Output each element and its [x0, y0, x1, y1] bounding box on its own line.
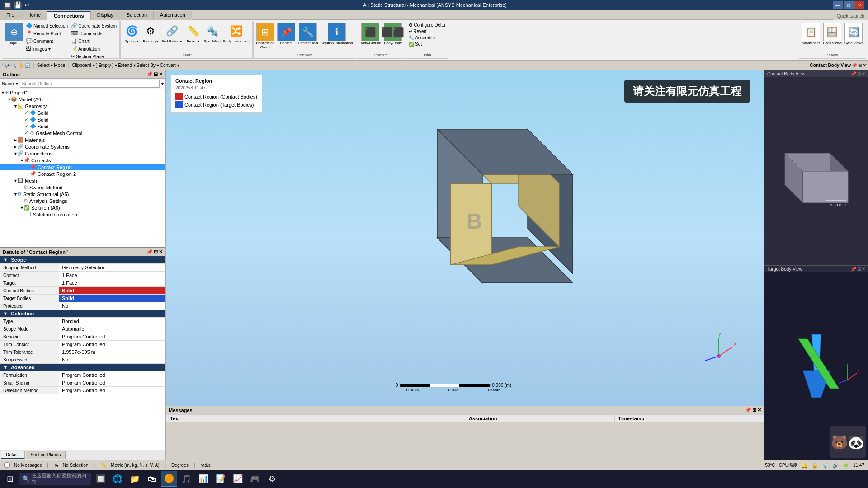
ribbon-btn-worksheet[interactable]: 📋 Worksheet	[801, 22, 821, 52]
tree-item-solid-2[interactable]: ✓ 🔷 Solid	[0, 116, 165, 123]
tree-item-mesh[interactable]: ▼ 🔲 Mesh	[0, 177, 165, 184]
cbv-float[interactable]: ⊞	[857, 71, 861, 76]
tree-item-model[interactable]: ▼ 📦 Model (A4)	[0, 96, 165, 103]
taskbar-start-btn[interactable]: ⊞	[2, 471, 18, 487]
tree-item-solution[interactable]: ▼ ✅ Solution (A6)	[0, 204, 165, 211]
tree-item-static-structural[interactable]: ▼ ⚙ Static Structural (A5)	[0, 191, 165, 197]
cbv-pin[interactable]: 📌	[851, 71, 856, 76]
definition-collapse-icon[interactable]: ▼	[3, 311, 8, 316]
taskbar-search[interactable]: 🔍 在这里输入你要搜索的内容	[19, 473, 91, 485]
tbv-float[interactable]: ⊞	[857, 267, 861, 272]
contact-body-view-pin[interactable]: 📌	[852, 63, 857, 68]
details-float[interactable]: ⊞	[154, 249, 158, 255]
ribbon-btn-assemble[interactable]: 🔧 Assemble	[408, 35, 446, 41]
tree-item-solid-1[interactable]: ✓ 🔷 Solid	[0, 109, 165, 116]
tree-item-contact-region-2[interactable]: 📌 Contact Region 2	[0, 170, 165, 177]
contact-body-view-float[interactable]: ⊞	[858, 63, 862, 68]
tree-item-solution-info[interactable]: ℹ Solution Information	[0, 211, 165, 218]
taskbar-store-btn[interactable]: 🛍	[144, 471, 160, 487]
outline-pin[interactable]: 📌	[146, 71, 153, 77]
outline-close[interactable]: ✕	[159, 71, 163, 77]
ribbon-btn-annotation[interactable]: 📝 Annotation	[70, 45, 118, 52]
toolbar-pan[interactable]: ✋	[19, 63, 24, 68]
toolbar-extend[interactable]: Extend ▾	[118, 63, 136, 68]
ribbon-btn-duplicate[interactable]: ⊕ Dupli...	[4, 22, 24, 46]
outline-float[interactable]: ⊞	[154, 71, 158, 77]
ribbon-btn-body-views[interactable]: 🪟 Body Views	[822, 22, 843, 52]
toolbar-clipboard[interactable]: Clipboard ▾	[72, 63, 95, 68]
details-close[interactable]: ✕	[159, 249, 163, 255]
ribbon-btn-commands[interactable]: ⌨ Commands	[70, 30, 118, 37]
messages-close[interactable]: ✕	[757, 407, 761, 413]
tree-item-solid-3[interactable]: ✓ 🔷 Solid	[0, 123, 165, 130]
ribbon-btn-spot-weld[interactable]: 🔩 Spot Weld	[203, 22, 222, 52]
ribbon-btn-sync-views[interactable]: 🔄 Sync Views	[844, 22, 864, 52]
tree-item-project[interactable]: ▼ ⊞ Project*	[0, 89, 165, 96]
ribbon-btn-chart[interactable]: 📊 Chart	[70, 38, 118, 45]
tree-item-contact-region[interactable]: 📌 Contact Region	[0, 164, 165, 170]
toolbar-mode[interactable]: ▾ Mode	[51, 63, 66, 68]
taskbar-excl-btn[interactable]: 📈	[230, 471, 246, 487]
viewport-area[interactable]: Contact Region 2020/5/8 11:47 Contact Re…	[166, 70, 764, 406]
ribbon-btn-contact[interactable]: 📌 Contact	[276, 22, 296, 46]
toolbar-zoom-fit[interactable]: 🔍+	[2, 63, 10, 68]
ribbon-btn-spring[interactable]: 🌀 Spring ▾	[123, 22, 141, 52]
tbv-close[interactable]: ✕	[862, 267, 865, 272]
ribbon-btn-body-body[interactable]: ⬛⬛ Body-Body	[383, 22, 403, 52]
toolbar-convert[interactable]: Convert ▾	[160, 63, 179, 68]
ribbon-btn-section-plane[interactable]: ✂ Section Plane	[70, 53, 118, 60]
outline-search-input[interactable]	[20, 80, 160, 88]
ribbon-btn-comment[interactable]: 💬 Comment	[25, 38, 69, 45]
tree-item-coord-sys[interactable]: ▶ 🔗 Coordinate Systems	[0, 143, 165, 150]
ribbon-btn-set[interactable]: ✅ Set	[408, 41, 446, 47]
taskbar-explorer-btn[interactable]: 📁	[127, 471, 143, 487]
ribbon-btn-contact-tool[interactable]: 🔧 Contact Tool	[297, 22, 319, 46]
tree-item-geometry[interactable]: ▼ 📐 Geometry	[0, 103, 165, 109]
ribbon-btn-beam[interactable]: 📏 Beam ▾	[184, 22, 202, 52]
ribbon-btn-remote-point[interactable]: 📍 Remote Point	[25, 30, 69, 37]
toolbar-select[interactable]: Select	[37, 63, 50, 68]
advanced-collapse-icon[interactable]: ▼	[3, 365, 8, 370]
toolbar-empty[interactable]: [ Empty ] ▾	[96, 63, 117, 68]
ribbon-btn-connection-group[interactable]: ⊞ ConnectionGroup	[255, 22, 275, 50]
taskbar-ppt-btn[interactable]: 📊	[195, 471, 212, 487]
tab-automation[interactable]: Automation	[154, 11, 192, 20]
ribbon-btn-solution-info[interactable]: ℹ Solution Information	[320, 22, 354, 46]
maximize-button[interactable]: □	[844, 1, 854, 9]
tree-item-contacts[interactable]: ▼ 📌 Contacts	[0, 157, 165, 164]
tree-item-gasket[interactable]: ✓ ⚙ Gasket Mesh Control	[0, 130, 165, 136]
tab-display[interactable]: Display	[91, 11, 120, 20]
tab-file[interactable]: File	[0, 11, 21, 20]
ribbon-btn-bearing[interactable]: ⚙ Bearing ▾	[142, 22, 160, 52]
taskbar-edge-btn[interactable]: 🌐	[109, 471, 126, 487]
ribbon-btn-configure[interactable]: ⚙ Configure Delta	[408, 22, 446, 28]
outline-filter[interactable]: ▾	[16, 81, 18, 86]
ribbon-btn-revert[interactable]: ↩ Revert	[408, 28, 446, 34]
tab-details[interactable]: Details	[1, 451, 25, 459]
ribbon-btn-body-interaction[interactable]: 🔀 Body Interaction	[222, 22, 250, 52]
taskbar-music-btn[interactable]: 🎵	[178, 471, 194, 487]
messages-pin[interactable]: 📌	[745, 407, 751, 413]
close-button[interactable]: ✕	[854, 1, 864, 9]
toolbar-rotate[interactable]: 🔄	[25, 63, 30, 68]
tab-section-planes[interactable]: Section Planes	[26, 451, 66, 459]
ribbon-btn-images[interactable]: 🖼 Images ▾	[25, 45, 69, 52]
tab-connections[interactable]: Connections	[47, 11, 91, 20]
ribbon-btn-body-ground[interactable]: ⬛ Body-Ground	[359, 22, 382, 52]
tab-selection[interactable]: Selection	[120, 11, 154, 20]
messages-float[interactable]: ⊞	[752, 407, 756, 413]
contact-body-view-close[interactable]: ✕	[863, 63, 866, 68]
taskbar-game-btn[interactable]: 🎮	[247, 471, 263, 487]
tree-item-connections[interactable]: ▼ 🔗 Connections	[0, 150, 165, 157]
taskbar-task-view-btn[interactable]: 🔲	[92, 471, 108, 487]
ribbon-btn-coord-sys[interactable]: 🔗 Coordinate System	[70, 22, 118, 29]
toolbar-select-by[interactable]: Select By ▾	[137, 63, 159, 68]
tab-home[interactable]: Home	[21, 11, 47, 20]
tbv-pin[interactable]: 📌	[851, 267, 856, 272]
taskbar-chrome-btn[interactable]: 🟠	[161, 471, 177, 487]
tree-item-analysis-settings[interactable]: ⚙ Analysis Settings	[0, 197, 165, 204]
minimize-button[interactable]: —	[833, 1, 843, 9]
tree-item-materials[interactable]: ▶ 🧱 Materials	[0, 136, 165, 143]
outline-search-filter[interactable]: ▾	[161, 81, 164, 86]
cbv-close[interactable]: ✕	[862, 71, 865, 76]
